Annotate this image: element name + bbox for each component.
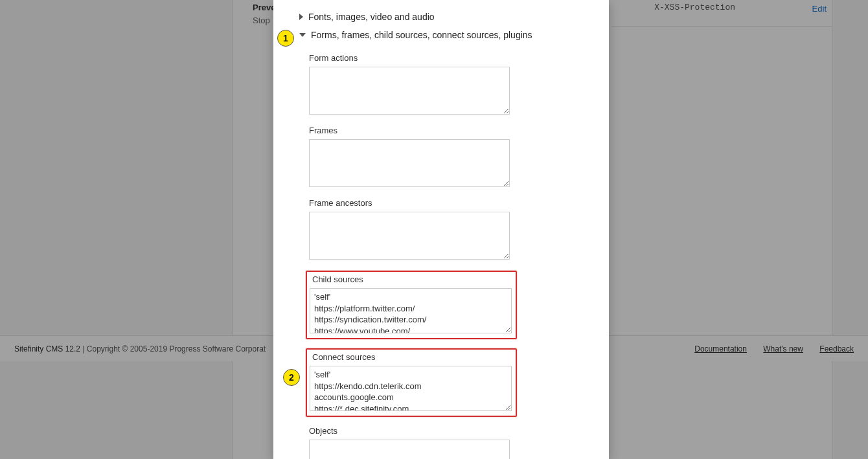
bg-section-title: Preve: [253, 3, 275, 12]
bg-section-subtitle: Stop: [253, 16, 270, 25]
chevron-down-icon: [299, 33, 306, 37]
field-form-actions: Form actions: [273, 53, 609, 117]
field-connect-sources-highlight: Connect sources: [306, 348, 517, 417]
section-fonts-collapsed[interactable]: Fonts, images, video and audio: [273, 8, 609, 26]
child-sources-label: Child sources: [312, 274, 513, 284]
objects-textarea[interactable]: [309, 440, 510, 459]
frame-ancestors-textarea[interactable]: [309, 212, 510, 260]
chevron-right-icon: [299, 14, 303, 20]
field-frame-ancestors: Frame ancestors: [273, 198, 609, 262]
whats-new-link[interactable]: What's new: [763, 344, 803, 353]
http-header-name: X-XSS-Protection: [654, 3, 735, 12]
section-forms-label: Forms, frames, child sources, connect so…: [311, 30, 532, 40]
field-frames: Frames: [273, 126, 609, 189]
form-actions-textarea[interactable]: [309, 67, 510, 115]
connect-sources-label: Connect sources: [312, 352, 513, 362]
frames-textarea[interactable]: [309, 139, 510, 187]
bg-separator: [611, 26, 832, 27]
copyright-text: | Copyright © 2005-2019 Progress Softwar…: [80, 344, 266, 353]
frames-label: Frames: [309, 126, 570, 135]
objects-label: Objects: [309, 426, 570, 436]
connect-sources-textarea[interactable]: [310, 366, 512, 411]
footer-links: Documentation What's new Feedback: [680, 344, 854, 353]
csp-settings-dialog: Fonts, images, video and audio Forms, fr…: [273, 0, 609, 459]
field-child-sources-highlight: Child sources: [306, 271, 517, 339]
documentation-link[interactable]: Documentation: [694, 344, 747, 353]
child-sources-textarea[interactable]: [310, 288, 512, 333]
edit-link[interactable]: Edit: [812, 4, 827, 14]
product-version: Sitefinity CMS 12.2: [14, 344, 80, 353]
frame-ancestors-label: Frame ancestors: [309, 198, 570, 208]
section-fonts-label: Fonts, images, video and audio: [308, 12, 435, 22]
annotation-badge-2: 2: [283, 369, 300, 386]
form-actions-label: Form actions: [309, 53, 570, 63]
field-objects: Objects: [273, 426, 609, 459]
annotation-badge-1: 1: [277, 30, 294, 47]
section-forms-expanded[interactable]: Forms, frames, child sources, connect so…: [273, 26, 609, 44]
feedback-link[interactable]: Feedback: [819, 344, 854, 353]
